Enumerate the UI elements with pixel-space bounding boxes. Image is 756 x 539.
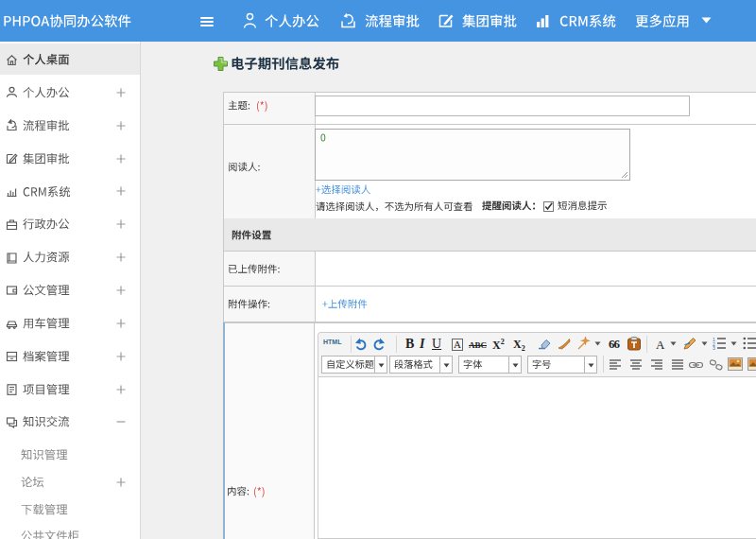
svg-text:3: 3 bbox=[713, 345, 715, 350]
